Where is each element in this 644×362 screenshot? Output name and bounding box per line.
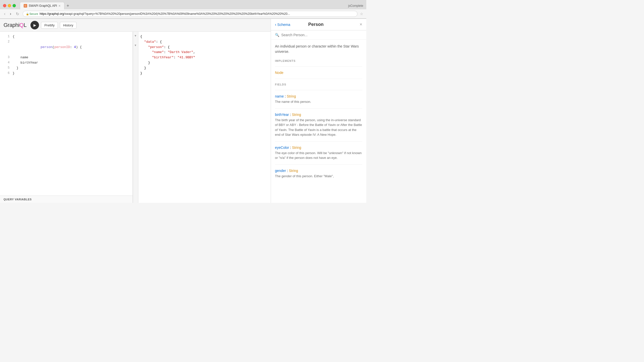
search-icon: 🔍 [275,33,279,37]
field-eyecolor-description: The eye color of this person. Will be "u… [275,151,362,160]
field-divider-2 [275,141,362,142]
new-tab-button[interactable]: + [64,2,71,9]
bookmark-button[interactable]: ☆ [360,12,363,16]
schema-field-gender: gender : String The gender of this perso… [275,169,362,179]
schema-back-label: Schema [277,23,290,27]
lock-icon: 🔒 [26,13,29,15]
code-line-5: 5 } [0,66,133,71]
field-eyecolor-link[interactable]: eyeColor [275,146,289,150]
schema-field-birthyear: birthYear : String The birth year of the… [275,113,362,137]
browser-tab-active[interactable]: G SWAPI GraphQL API × [20,2,64,9]
secure-label: Secure [29,12,38,15]
schema-panel: ‹ Schema Person × 🔍 An individual person… [271,19,366,203]
node-type-link[interactable]: Node [275,71,362,75]
code-line-1: 1 { [0,34,133,39]
title-bar: G SWAPI GraphQL API × + jsComplete [0,0,366,9]
url-bar[interactable]: 🔒 Secure https://graphql.org/swapi-graph… [23,11,357,17]
field-eyecolor-type-link[interactable]: String [292,146,301,150]
response-line-4: "name": "Darth Vader", [138,50,271,55]
query-editor[interactable]: 1 { 2 person(personID: 4) { 3 name [0,32,133,196]
forward-button[interactable]: › [9,11,12,17]
fields-label: FIELDS [275,83,362,86]
schema-panel-header: ‹ Schema Person × [271,19,366,30]
panel-divider: ▼ ▼ [133,32,138,203]
schema-panel-title: Person [308,22,324,27]
code-line-4: 4 birthYear [0,60,133,66]
response-line-3: "person": { [138,45,271,50]
secure-badge: 🔒 Secure [26,12,38,15]
field-gender-description: The gender of this person. Either "Male"… [275,174,362,179]
jscomplete-label: jsComplete [348,4,363,8]
schema-search-bar[interactable]: 🔍 [271,30,366,40]
response-panel: { "data": { "person": { "name": "Darth V… [138,32,271,203]
code-line-2: 2 person(personID: 4) { [0,39,133,55]
implements-divider [275,66,362,67]
field-type-link[interactable]: String [287,94,296,98]
schema-type-description: An individual person or character within… [275,44,362,54]
graphiql-logo: GraphiQL [4,22,26,28]
url-path: /swapi-graphql/?query=%7B%0A%20%20person… [64,12,290,16]
field-divider-3 [275,164,362,165]
browser-chrome: G SWAPI GraphQL API × + jsComplete ‹ › ↻… [0,0,366,19]
implements-label: IMPLEMENTS [275,59,362,62]
code-line-6: 6 } [0,71,133,76]
field-name-description: The name of this person. [275,99,362,104]
chevron-left-icon: ‹ [275,22,276,27]
close-window-button[interactable] [3,4,6,7]
schema-search-input[interactable] [281,33,362,37]
run-button[interactable]: ▶ [30,21,39,29]
schema-field-name: name : String The name of this person. [275,94,362,104]
fold-arrow-response[interactable]: ▼ [134,44,137,47]
minimize-window-button[interactable] [8,4,11,7]
field-gender-link[interactable]: gender [275,169,286,173]
field-name-link[interactable]: name [275,94,284,98]
fold-arrow-query[interactable]: ▼ [134,34,137,37]
query-variables-section[interactable]: QUERY VARIABLES [0,196,133,203]
response-line-8: } [138,71,271,76]
fields-divider [275,79,362,79]
field-divider-1 [275,108,362,109]
editor-area: 1 { 2 person(personID: 4) { 3 name [0,32,271,203]
maximize-window-button[interactable] [13,4,16,7]
schema-close-button[interactable]: × [359,22,362,27]
graphiql-container: GraphiQL ▶ Prettify History 1 { 2 person… [0,19,366,203]
schema-content: An individual person or character within… [271,40,366,203]
response-line-2: "data": { [138,39,271,45]
tab-title: SWAPI GraphQL API [29,4,57,8]
response-line-1: { [138,34,271,39]
code-line-3: 3 name [0,55,133,60]
address-bar: ‹ › ↻ 🔒 Secure https://graphql.org/swapi… [0,9,366,19]
back-button[interactable]: ‹ [3,11,6,17]
traffic-lights [3,4,16,7]
response-line-5: "birthYear": "41.9BBY" [138,55,271,60]
prettify-button[interactable]: Prettify [41,22,58,29]
url-display: https://graphql.org/swapi-graphql/?query… [40,12,290,16]
graphiql-toolbar: GraphiQL ▶ Prettify History [0,19,271,32]
response-line-7: } [138,66,271,71]
graphiql-wrapper: GraphiQL ▶ Prettify History 1 { 2 person… [0,19,271,203]
field-birthyear-type-link[interactable]: String [292,113,301,117]
schema-back-button[interactable]: ‹ Schema [275,22,290,27]
fields-divider-2 [275,90,362,90]
history-button[interactable]: History [60,22,76,29]
refresh-button[interactable]: ↻ [15,11,20,17]
field-birthyear-description: The birth year of the person, using the … [275,118,362,137]
field-birthyear-link[interactable]: birthYear [275,113,289,117]
field-gender-type-link[interactable]: String [289,169,298,173]
tab-bar: G SWAPI GraphQL API × + [20,2,71,9]
response-line-6: } [138,60,271,66]
url-base: https://graphql.org [40,12,64,16]
schema-field-eyecolor: eyeColor : String The eye color of this … [275,146,362,160]
response-editor: { "data": { "person": { "name": "Darth V… [138,32,271,203]
query-panel[interactable]: 1 { 2 person(personID: 4) { 3 name [0,32,133,203]
tab-close-button[interactable]: × [59,4,61,8]
tab-favicon: G [24,4,27,8]
